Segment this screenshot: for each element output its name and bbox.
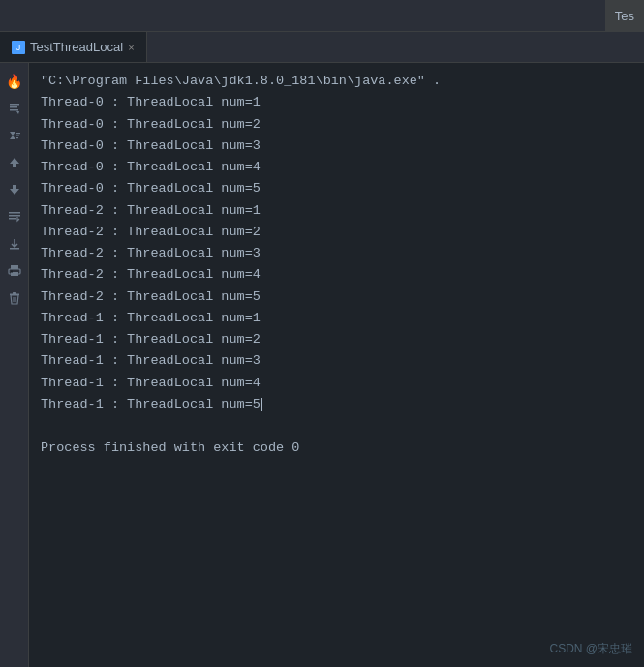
svg-rect-8 bbox=[9, 218, 16, 220]
process-finished-line: Process finished with exit code 0 bbox=[41, 438, 632, 459]
tab-file-icon: J bbox=[12, 41, 25, 54]
download-button[interactable] bbox=[4, 233, 25, 255]
console-line: Thread-0 : ThreadLocal num=2 bbox=[41, 114, 632, 136]
delete-button[interactable] bbox=[4, 288, 25, 309]
edit-button[interactable] bbox=[4, 98, 25, 119]
console-line: Thread-0 : ThreadLocal num=3 bbox=[41, 136, 632, 157]
tab-test-thread-local[interactable]: J TestThreadLocal × bbox=[0, 32, 147, 62]
console-empty-line bbox=[41, 415, 632, 437]
console-line: Thread-2 : ThreadLocal num=4 bbox=[41, 264, 632, 286]
sort-button[interactable] bbox=[4, 125, 25, 146]
top-bar-right-text: Tes bbox=[605, 0, 644, 31]
svg-rect-3 bbox=[16, 133, 20, 134]
svg-rect-0 bbox=[10, 104, 19, 106]
text-cursor bbox=[261, 398, 262, 411]
svg-rect-9 bbox=[10, 248, 19, 250]
console-line: Thread-0 : ThreadLocal num=5 bbox=[41, 178, 632, 199]
up-button[interactable] bbox=[4, 152, 25, 173]
tab-close-button[interactable]: × bbox=[128, 42, 134, 53]
console-line: Thread-2 : ThreadLocal num=2 bbox=[41, 222, 632, 243]
svg-rect-12 bbox=[11, 272, 18, 276]
top-bar: Tes bbox=[0, 0, 644, 32]
tab-bar: J TestThreadLocal × bbox=[0, 32, 644, 63]
svg-rect-10 bbox=[11, 265, 18, 269]
console-line: Thread-0 : ThreadLocal num=4 bbox=[41, 157, 632, 178]
console-line: Thread-2 : ThreadLocal num=1 bbox=[41, 200, 632, 222]
svg-rect-4 bbox=[16, 136, 19, 136]
main-content: 🔥 bbox=[0, 63, 644, 667]
svg-rect-13 bbox=[11, 271, 13, 273]
svg-rect-15 bbox=[13, 292, 16, 294]
down-button[interactable] bbox=[4, 179, 25, 200]
flame-button[interactable]: 🔥 bbox=[4, 71, 25, 92]
console-line: Thread-1 : ThreadLocal num=5 bbox=[41, 394, 632, 415]
left-toolbar: 🔥 bbox=[0, 63, 29, 667]
console-line: Thread-2 : ThreadLocal num=3 bbox=[41, 243, 632, 264]
console-output: "C:\Program Files\Java\jdk1.8.0_181\bin\… bbox=[29, 63, 644, 667]
svg-rect-6 bbox=[9, 212, 20, 214]
svg-rect-2 bbox=[10, 109, 18, 111]
console-line: Thread-1 : ThreadLocal num=3 bbox=[41, 350, 632, 372]
console-line: "C:\Program Files\Java\jdk1.8.0_181\bin\… bbox=[41, 71, 632, 92]
tab-label: TestThreadLocal bbox=[30, 40, 123, 54]
console-line: Thread-0 : ThreadLocal num=1 bbox=[41, 92, 632, 113]
svg-rect-7 bbox=[9, 215, 20, 217]
console-line: Thread-1 : ThreadLocal num=4 bbox=[41, 373, 632, 394]
wrap-button[interactable] bbox=[4, 206, 25, 227]
svg-rect-5 bbox=[16, 137, 18, 138]
watermark: CSDN @宋忠璀 bbox=[549, 641, 632, 657]
console-line: Thread-1 : ThreadLocal num=1 bbox=[41, 308, 632, 329]
svg-rect-1 bbox=[10, 106, 17, 108]
print-button[interactable] bbox=[4, 260, 25, 282]
console-line: Thread-1 : ThreadLocal num=2 bbox=[41, 329, 632, 350]
console-line: Thread-2 : ThreadLocal num=5 bbox=[41, 287, 632, 308]
